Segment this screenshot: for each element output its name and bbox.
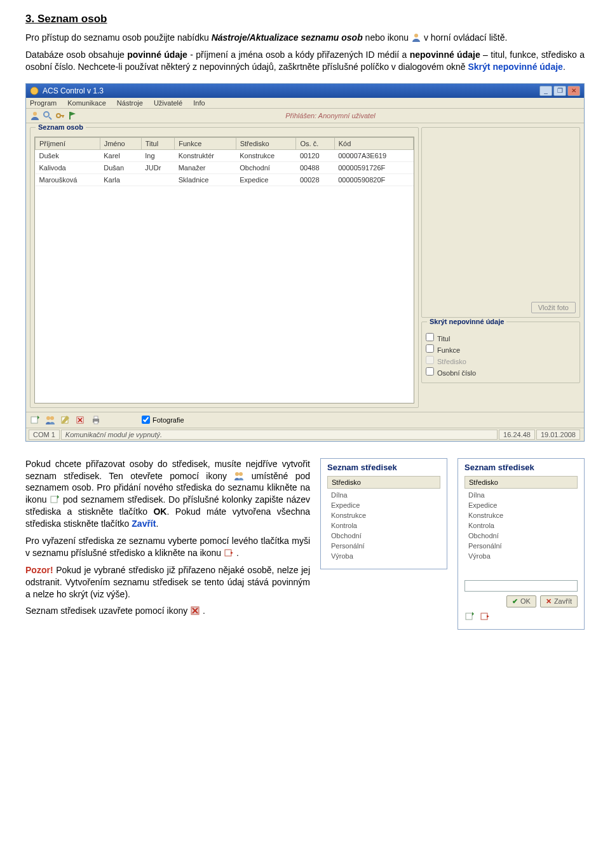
table-cell: Maroušková bbox=[36, 173, 100, 186]
col-titul[interactable]: Titul bbox=[141, 137, 174, 149]
key-icon[interactable] bbox=[55, 111, 65, 121]
menu-program[interactable]: Program bbox=[30, 99, 57, 107]
hide-optional-panel: Skrýt nepovinné údaje TitulFunkceStředis… bbox=[421, 322, 580, 383]
photo-checkbox-input[interactable] bbox=[142, 416, 150, 424]
persons-grid[interactable]: Příjmení Jméno Titul Funkce Středisko Os… bbox=[34, 137, 414, 403]
paragraph-warning: Pozor! Pokud je vybrané středisko již př… bbox=[25, 564, 310, 600]
menu-uzivatele[interactable]: Uživatelé bbox=[154, 99, 182, 107]
bottom-toolbar: Fotografie bbox=[26, 412, 584, 428]
status-time: 16.24.48 bbox=[499, 430, 535, 440]
panel-title: Seznam osob bbox=[36, 123, 86, 131]
table-cell: 00000591726F bbox=[334, 161, 413, 173]
list-item[interactable]: Personální bbox=[327, 541, 440, 551]
hide-option-label: Funkce bbox=[437, 346, 460, 354]
svg-point-10 bbox=[46, 416, 50, 420]
svg-point-19 bbox=[235, 472, 239, 476]
centers-panel-editable: Seznam středisek Středisko DílnaExpedice… bbox=[458, 458, 585, 630]
list-item[interactable]: Personální bbox=[464, 541, 578, 551]
photo-checkbox[interactable]: Fotografie bbox=[142, 416, 184, 424]
close-icon bbox=[190, 606, 200, 616]
menu-nastroje[interactable]: Nástroje bbox=[117, 99, 143, 107]
table-cell: Konstrukce bbox=[236, 149, 296, 161]
paragraph-close-centers: Seznam středisek uzavřete pomocí ikony . bbox=[25, 605, 310, 617]
menu-info[interactable]: Info bbox=[193, 99, 205, 107]
table-cell: Manažer bbox=[175, 161, 236, 173]
search-icon[interactable] bbox=[43, 111, 53, 121]
hide-option: Středisko bbox=[426, 356, 576, 365]
table-cell: 00120 bbox=[296, 149, 334, 161]
people-icon bbox=[234, 471, 244, 481]
list-item[interactable]: Expedice bbox=[464, 500, 578, 510]
delete-icon[interactable] bbox=[76, 415, 86, 425]
svg-point-20 bbox=[239, 472, 243, 476]
col-funkce[interactable]: Funkce bbox=[175, 137, 236, 149]
svg-point-3 bbox=[44, 112, 49, 117]
hide-option[interactable]: Titul bbox=[426, 333, 576, 342]
svg-rect-8 bbox=[69, 112, 71, 119]
table-row[interactable]: MarouškováKarlaSkladniceExpedice00028000… bbox=[36, 173, 414, 186]
menu-komunikace[interactable]: Komunikace bbox=[67, 99, 106, 107]
col-stredisko[interactable]: Středisko bbox=[236, 137, 296, 149]
list-item[interactable]: Kontrola bbox=[327, 520, 440, 531]
svg-line-4 bbox=[49, 117, 51, 119]
login-status: Přihlášen: Anonymní uživatel bbox=[81, 112, 580, 119]
centers-title: Seznam středisek bbox=[327, 463, 440, 472]
hide-option-label: Středisko bbox=[437, 358, 466, 365]
remove-icon[interactable] bbox=[480, 611, 490, 621]
svg-rect-27 bbox=[481, 613, 487, 620]
table-cell: Konstruktér bbox=[175, 149, 236, 161]
table-row[interactable]: KalivodaDušanJUDrManažerObchodní00488000… bbox=[36, 161, 414, 173]
close-button[interactable]: ✕ bbox=[567, 86, 580, 96]
table-cell: Dušek bbox=[36, 149, 100, 161]
list-item[interactable]: Výroba bbox=[327, 551, 440, 561]
center-name-input[interactable] bbox=[464, 580, 578, 592]
paragraph-centers-create: Pokud chcete přiřazovat osoby do středis… bbox=[25, 458, 310, 530]
print-icon[interactable] bbox=[91, 415, 101, 425]
hide-option-label: Titul bbox=[437, 335, 450, 342]
svg-rect-18 bbox=[94, 421, 98, 424]
minimize-button[interactable]: _ bbox=[539, 86, 552, 96]
hide-option-checkbox[interactable] bbox=[426, 344, 434, 353]
list-item[interactable]: Dílna bbox=[327, 490, 440, 500]
add-icon bbox=[50, 494, 60, 505]
hide-option-checkbox[interactable] bbox=[426, 367, 434, 376]
svg-rect-9 bbox=[31, 417, 37, 423]
photo-panel: Vložit foto bbox=[421, 127, 580, 318]
col-prijmeni[interactable]: Příjmení bbox=[36, 137, 100, 149]
list-item[interactable]: Obchodní bbox=[327, 531, 440, 541]
table-cell: Obchodní bbox=[236, 161, 296, 173]
list-item[interactable]: Konstrukce bbox=[464, 510, 578, 520]
list-item[interactable]: Obchodní bbox=[464, 531, 578, 541]
table-row[interactable]: DušekKarelIngKonstruktérKonstrukce001200… bbox=[36, 149, 414, 161]
edit-icon[interactable] bbox=[60, 415, 71, 425]
hide-option[interactable]: Funkce bbox=[426, 344, 576, 354]
list-item[interactable]: Výroba bbox=[464, 551, 578, 561]
table-cell: Karla bbox=[100, 173, 141, 186]
persons-panel: Seznam osob Příjmení Jméno Titul Funkce … bbox=[30, 127, 419, 408]
close-button[interactable]: ✕Zavřít bbox=[540, 595, 578, 607]
list-item[interactable]: Expedice bbox=[327, 500, 440, 510]
flag-icon[interactable] bbox=[68, 111, 78, 121]
list-item[interactable]: Dílna bbox=[464, 490, 578, 500]
col-osc[interactable]: Os. č. bbox=[296, 137, 334, 149]
statusbar: COM 1 Komunikační modul je vypnutý. 16.2… bbox=[26, 428, 584, 441]
people-icon[interactable] bbox=[45, 415, 55, 425]
hide-option-checkbox[interactable] bbox=[426, 333, 434, 341]
photo-checkbox-label: Fotografie bbox=[152, 416, 184, 424]
person-icon[interactable] bbox=[30, 111, 40, 121]
list-item[interactable]: Konstrukce bbox=[327, 510, 440, 520]
app-window: ACS Control v 1.3 _ ❐ ✕ Program Komunika… bbox=[25, 83, 585, 442]
add-icon[interactable] bbox=[464, 611, 475, 621]
hide-option[interactable]: Osobní číslo bbox=[426, 367, 576, 377]
maximize-button[interactable]: ❐ bbox=[553, 86, 566, 96]
hide-option-checkbox bbox=[426, 356, 434, 364]
paragraph-intro: Pro přístup do seznamu osob použijte nab… bbox=[25, 32, 585, 44]
ok-button[interactable]: ✔OK bbox=[506, 595, 536, 607]
svg-point-0 bbox=[414, 34, 418, 37]
col-kod[interactable]: Kód bbox=[334, 137, 413, 149]
insert-photo-button[interactable]: Vložit foto bbox=[531, 302, 576, 313]
list-item[interactable]: Kontrola bbox=[464, 520, 578, 531]
add-icon[interactable] bbox=[30, 415, 40, 425]
status-date: 19.01.2008 bbox=[536, 430, 580, 440]
col-jmeno[interactable]: Jméno bbox=[100, 137, 141, 149]
